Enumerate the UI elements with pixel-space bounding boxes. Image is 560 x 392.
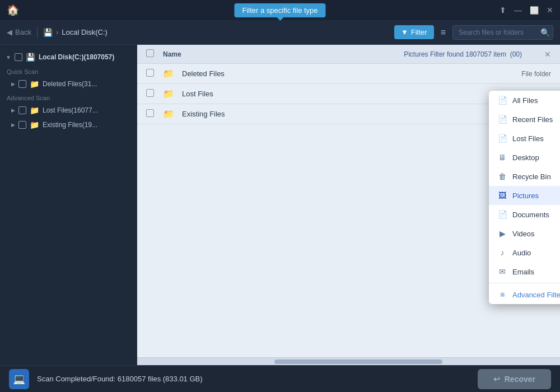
filter-documents[interactable]: 📄 Documents	[489, 205, 560, 224]
filter-audio[interactable]: ♪ Audio	[489, 243, 560, 262]
quick-scan-label: Quick Scan	[0, 65, 137, 77]
videos-icon: ▶	[498, 229, 507, 238]
filter-info: Pictures Filter found 1807057 item	[404, 50, 506, 58]
filter-funnel-icon: ▼	[401, 28, 408, 36]
sidebar-item-lost[interactable]: ▶ 📁 Lost Files(16077...	[0, 103, 137, 118]
checkbox[interactable]	[18, 80, 26, 88]
filter-videos[interactable]: ▶ Videos	[489, 224, 560, 243]
recover-icon: ↩	[493, 375, 500, 384]
desktop-icon: 🖥	[498, 153, 507, 162]
recycle-bin-label: Recycle Bin	[512, 172, 551, 181]
minimize-icon[interactable]: —	[514, 6, 522, 15]
path-text: Local Disk(C:)	[62, 28, 108, 36]
home-icon[interactable]: 🏠	[7, 4, 19, 16]
filter-all-files[interactable]: 📄 All Files	[489, 91, 560, 110]
desktop-label: Desktop	[512, 153, 539, 162]
file-name: Deleted Files	[182, 69, 501, 78]
file-type: File folder	[506, 70, 551, 78]
folder-icon: 📁	[30, 120, 39, 129]
header-checkbox[interactable]	[146, 49, 154, 57]
status-bar: 💻 Scan Completed/Found: 6180057 files (8…	[0, 365, 560, 392]
recover-button[interactable]: ↩ Recover	[478, 369, 551, 389]
filter-button[interactable]: ▼ Filter	[394, 25, 434, 39]
scrollbar-thumb[interactable]	[274, 360, 442, 364]
advanced-filter-icon: ≡	[498, 290, 507, 299]
filter-pictures[interactable]: 🖼 Pictures ✓	[489, 186, 560, 205]
share-icon[interactable]: ⬆	[500, 6, 506, 15]
all-files-icon: 📄	[498, 96, 507, 105]
file-list-area: Name Pictures Filter found 1807057 item …	[137, 45, 560, 365]
filter-tooltip: Filter a specific file type	[234, 3, 325, 17]
filter-recycle-bin[interactable]: 🗑 Recycle Bin	[489, 167, 560, 186]
recover-label: Recover	[505, 375, 535, 384]
recent-files-label: Recent Files	[512, 115, 553, 124]
close-filter-icon[interactable]: ✕	[544, 50, 551, 59]
back-button[interactable]: ◀ Back	[7, 28, 31, 36]
table-row: 📁 Deleted Files File folder	[137, 64, 560, 84]
filter-advanced[interactable]: ≡ Advanced Filter	[489, 285, 560, 304]
sidebar-item-existing[interactable]: ▶ 📁 Existing Files(19...	[0, 118, 137, 132]
filter-emails[interactable]: ✉ Emails	[489, 262, 560, 281]
checkbox[interactable]	[18, 106, 26, 114]
recycle-bin-icon: 🗑	[498, 172, 507, 181]
right-controls: ▼ Filter ≡ 🔍	[394, 25, 553, 40]
row-checkbox[interactable]	[146, 69, 154, 77]
maximize-icon[interactable]: ⬜	[530, 6, 539, 15]
emails-icon: ✉	[498, 267, 507, 276]
checkbox[interactable]	[18, 121, 26, 129]
sidebar-disk-item[interactable]: ▼ 💾 Local Disk(C:)(1807057)	[0, 49, 137, 65]
folder-icon: 📁	[163, 68, 174, 79]
documents-label: Documents	[512, 211, 549, 219]
filter-info-text: Pictures Filter found 1807057 item (00)	[404, 50, 522, 58]
file-list-header: Name Pictures Filter found 1807057 item …	[137, 45, 560, 64]
nav-bar: ◀ Back 💾 › Local Disk(C:) ▼ Filter ≡ 🔍	[0, 20, 560, 45]
pictures-label: Pictures	[512, 192, 539, 200]
filter-dropdown: 📄 All Files 📄 Recent Files 📄 Lost Files …	[489, 91, 560, 304]
title-bar: 🏠 Filter a specific file type ⬆ — ⬜ ✕	[0, 0, 560, 20]
computer-icon: 💻	[13, 373, 25, 385]
filter-lost-files[interactable]: 📄 Lost Files	[489, 129, 560, 148]
audio-label: Audio	[512, 249, 531, 257]
search-icon[interactable]: 🔍	[540, 28, 550, 37]
expand-icon: ▶	[11, 81, 15, 87]
search-input[interactable]	[459, 29, 537, 36]
folder-icon: 📁	[30, 80, 39, 88]
checkbox[interactable]	[15, 53, 22, 61]
disk-label: Local Disk(C:)(1807057)	[39, 53, 114, 61]
scrollbar-area[interactable]	[137, 357, 560, 365]
sidebar: ▼ 💾 Local Disk(C:)(1807057) Quick Scan ▶…	[0, 45, 137, 365]
disk-icon: 💾	[43, 28, 53, 37]
row-checkbox[interactable]	[146, 109, 154, 117]
advanced-filter-label: Advanced Filter	[512, 291, 560, 299]
filter-recent-files[interactable]: 📄 Recent Files	[489, 110, 560, 129]
lost-files-label: Lost Files	[512, 134, 544, 143]
folder-icon: 📁	[163, 109, 174, 119]
file-name: Existing Files	[182, 110, 501, 118]
sidebar-item-deleted[interactable]: ▶ 📁 Deleted Files(31...	[0, 77, 137, 91]
documents-icon: 📄	[498, 210, 507, 219]
existing-files-label: Existing Files(19...	[43, 121, 97, 129]
folder-icon: 📁	[163, 88, 174, 99]
row-checkbox[interactable]	[146, 89, 154, 97]
status-icon: 💻	[9, 369, 29, 389]
pictures-icon: 🖼	[498, 191, 507, 200]
back-arrow-icon: ◀	[7, 28, 12, 36]
expand-icon: ▼	[6, 54, 11, 60]
lost-files-icon: 📄	[498, 134, 507, 143]
audio-icon: ♪	[498, 248, 507, 257]
window-controls: ⬆ — ⬜ ✕	[500, 6, 553, 15]
file-name: Lost Files	[182, 90, 501, 98]
filter-desktop[interactable]: 🖥 Desktop	[489, 148, 560, 167]
col-name-header: Name	[163, 50, 398, 58]
view-toggle-button[interactable]: ≡	[438, 25, 448, 40]
breadcrumb-arrow: ›	[56, 28, 58, 36]
filter-divider	[489, 283, 560, 283]
back-label: Back	[15, 28, 31, 36]
nav-separator	[37, 27, 38, 38]
recent-files-icon: 📄	[498, 115, 507, 124]
close-icon[interactable]: ✕	[547, 6, 553, 15]
filter-label: Filter	[411, 28, 427, 36]
expand-icon: ▶	[11, 122, 15, 128]
nav-path: 💾 › Local Disk(C:)	[43, 28, 389, 37]
emails-label: Emails	[512, 268, 534, 276]
